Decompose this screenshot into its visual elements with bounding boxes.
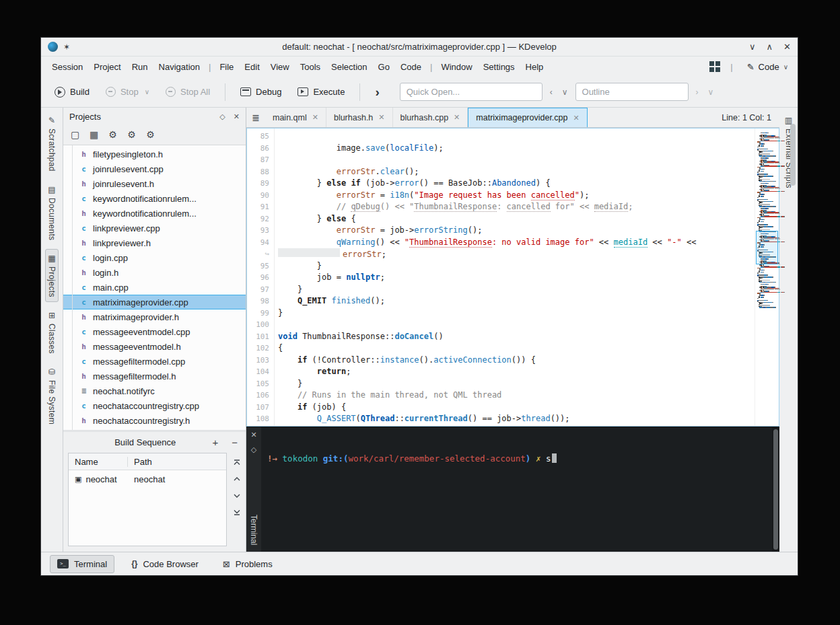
maximize-button[interactable]: ∧: [767, 42, 773, 52]
tree-item-neochat-notifyrc[interactable]: ≡neochat.notifyrc: [63, 383, 246, 398]
menu-session[interactable]: Session: [46, 59, 88, 75]
tree-item-keywordnotificationrulem-[interactable]: hkeywordnotificationrulem...: [63, 206, 246, 221]
close-tab-icon[interactable]: ✕: [378, 113, 384, 122]
remove-button[interactable]: −: [230, 437, 239, 448]
code-token: (!Controller::: [307, 355, 380, 365]
menu-file[interactable]: File: [214, 59, 239, 75]
dock-tab-projects[interactable]: ▦Projects: [45, 249, 59, 302]
forward-icon[interactable]: ›: [694, 87, 701, 97]
tree-item-linkpreviewer-cpp[interactable]: clinkpreviewer.cpp: [63, 221, 246, 235]
dock-tab-classes[interactable]: ⊞Classes: [45, 306, 59, 359]
tree-item-joinrulesevent-h[interactable]: hjoinrulesevent.h: [63, 176, 246, 191]
build-sequence-row[interactable]: ▣neochatneochat: [69, 470, 226, 488]
quick-open-input[interactable]: [400, 83, 542, 101]
editor-tab-blurhash-h[interactable]: blurhash.h✕: [326, 108, 393, 127]
editor-tab-matriximageprovider-cpp[interactable]: matriximageprovider.cpp✕: [468, 108, 587, 127]
tree-item-matriximageprovider-h[interactable]: hmatriximageprovider.h: [63, 309, 246, 324]
code-editor[interactable]: 85868788899091929394↪9596979899100101102…: [246, 128, 779, 427]
menu-code[interactable]: Code: [395, 59, 427, 75]
close-button[interactable]: ✕: [783, 42, 791, 52]
stop-button[interactable]: Stop ∨: [100, 83, 155, 100]
tree-item-matriximageprovider-cpp[interactable]: cmatriximageprovider.cpp: [63, 295, 246, 309]
detach-terminal-icon[interactable]: ◇: [251, 445, 256, 454]
tree-item-joinrulesevent-cpp[interactable]: cjoinrulesevent.cpp: [63, 161, 246, 176]
execute-button[interactable]: Execute: [292, 83, 350, 100]
minimap[interactable]: [755, 128, 779, 426]
tree-item-linkpreviewer-h[interactable]: hlinkpreviewer.h: [63, 235, 246, 250]
menu-project[interactable]: Project: [88, 59, 126, 75]
code-lines[interactable]: image.save(localFile); errorStr.clear();…: [275, 128, 755, 426]
menu-go[interactable]: Go: [373, 59, 395, 75]
close-terminal-icon[interactable]: ✕: [250, 431, 256, 439]
debug-button[interactable]: Debug: [235, 83, 287, 100]
dock-tab-scratchpad[interactable]: ✎Scratchpad: [45, 111, 59, 176]
menu-tools[interactable]: Tools: [295, 59, 326, 75]
tree-item-neochataccountregistry-cpp[interactable]: cneochataccountregistry.cpp: [63, 398, 246, 413]
menu-view[interactable]: View: [265, 59, 295, 75]
tree-item-messageeventmodel-h[interactable]: hmessageeventmodel.h: [63, 339, 246, 354]
outline-input[interactable]: [575, 83, 689, 101]
outline-dropdown-icon[interactable]: ∨: [706, 87, 716, 97]
tree-item-neochatconfig-kcfg[interactable]: ⚙neochatconfig.kcfg: [63, 428, 246, 430]
minimap-viewport[interactable]: [756, 231, 778, 264]
terminal-scrollbar-thumb[interactable]: [773, 429, 778, 550]
close-tab-icon[interactable]: ✕: [312, 113, 318, 122]
back-icon[interactable]: ‹: [548, 87, 555, 97]
tree-item-login-cpp[interactable]: clogin.cpp: [63, 250, 246, 265]
tree-item-filetypesingleton-h[interactable]: hfiletypesingleton.h: [63, 147, 246, 161]
minimize-button[interactable]: ∨: [749, 42, 756, 52]
move-top-icon[interactable]: [233, 458, 241, 466]
statusbar-tab-problems[interactable]: ⊠Problems: [215, 555, 280, 573]
tree-item-login-h[interactable]: hlogin.h: [63, 265, 246, 280]
area-code-button[interactable]: ✎ Code ∨: [743, 60, 792, 74]
quickopen-dropdown-icon[interactable]: ∨: [560, 87, 570, 97]
dock-tab-file-system[interactable]: ⛁File System: [45, 363, 59, 429]
tree-item-messageeventmodel-cpp[interactable]: cmessageeventmodel.cpp: [63, 324, 246, 339]
code-line: if (!Controller::instance().activeConnec…: [278, 355, 755, 367]
menu-settings[interactable]: Settings: [478, 59, 520, 75]
project-tree[interactable]: hfiletypesingleton.hcjoinrulesevent.cpph…: [63, 145, 246, 430]
float-panel-icon[interactable]: ◇: [219, 112, 225, 121]
locate-document-icon[interactable]: ▢: [67, 126, 83, 143]
build-button[interactable]: Build: [49, 83, 95, 101]
next-session-icon[interactable]: ›: [370, 85, 384, 100]
stop-dropdown-icon: ∨: [145, 88, 149, 96]
menu-navigation[interactable]: Navigation: [153, 59, 205, 75]
tree-scrollbar[interactable]: [790, 124, 796, 186]
tree-item-main-cpp[interactable]: cmain.cpp: [63, 280, 246, 295]
stop-all-button[interactable]: Stop All: [160, 83, 215, 100]
menu-run[interactable]: Run: [127, 59, 153, 75]
configure-selection-icon[interactable]: ⚙: [142, 126, 159, 143]
build-selection-icon[interactable]: ⚙: [104, 126, 121, 143]
tree-item-neochataccountregistry-h[interactable]: hneochataccountregistry.h: [63, 413, 246, 428]
add-button[interactable]: +: [211, 437, 219, 448]
terminal-scrollbar[interactable]: [772, 427, 779, 552]
editor-tab-main-qml[interactable]: main.qml✕: [265, 108, 326, 127]
close-panel-icon[interactable]: ✕: [234, 112, 240, 121]
tree-item-keywordnotificationrulem-[interactable]: ckeywordnotificationrulem...: [63, 191, 246, 206]
code-token: error: [394, 178, 419, 188]
install-selection-icon[interactable]: ⚙: [123, 126, 140, 143]
move-bottom-icon[interactable]: [233, 509, 241, 517]
area-switcher-icon[interactable]: [709, 61, 720, 72]
tree-item-messagefiltermodel-h[interactable]: hmessagefiltermodel.h: [63, 369, 246, 383]
move-up-icon[interactable]: [233, 475, 241, 483]
show-targets-icon[interactable]: ▦: [85, 126, 102, 143]
column-header-name[interactable]: Name: [69, 457, 128, 467]
move-down-icon[interactable]: [233, 492, 241, 500]
terminal-output[interactable]: !→ tokodon git:(work/carl/remember-selec…: [261, 427, 772, 552]
menu-selection[interactable]: Selection: [326, 59, 372, 75]
statusbar-tab-terminal[interactable]: >_Terminal: [50, 555, 114, 573]
editor-tab-blurhash-cpp[interactable]: blurhash.cpp✕: [393, 108, 468, 127]
close-tab-icon[interactable]: ✕: [573, 114, 580, 122]
menu-help[interactable]: Help: [520, 59, 549, 75]
statusbar-tab-code-browser[interactable]: {}Code Browser: [124, 555, 206, 573]
menu-edit[interactable]: Edit: [239, 59, 265, 75]
document-switcher-icon[interactable]: ≣: [246, 108, 265, 127]
column-header-path[interactable]: Path: [128, 457, 158, 467]
code-token: ();: [405, 167, 419, 176]
tree-item-messagefiltermodel-cpp[interactable]: cmessagefiltermodel.cpp: [63, 354, 246, 369]
menu-window[interactable]: Window: [435, 59, 477, 75]
dock-tab-documents[interactable]: ▤Documents: [45, 180, 59, 245]
close-tab-icon[interactable]: ✕: [454, 113, 460, 122]
